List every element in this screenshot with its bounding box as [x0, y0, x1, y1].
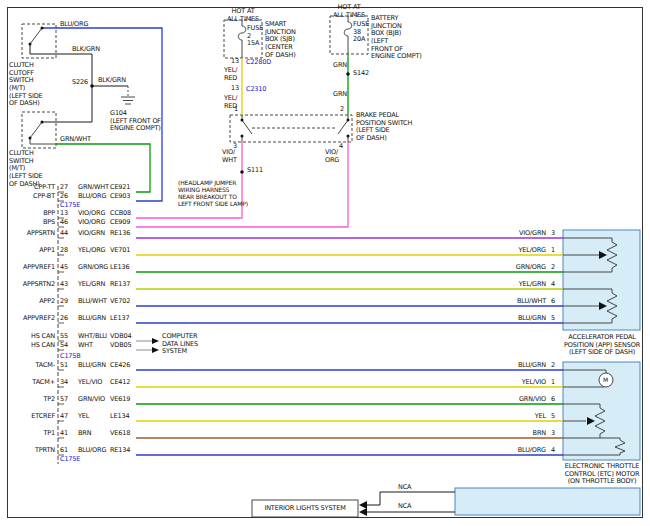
- app-pin: 4: [551, 281, 555, 289]
- pcm-connector: [58, 186, 64, 464]
- etc-motor-caption: ELECTRONIC THROTTLE CONTROL (ETC) MOTOR …: [556, 463, 648, 486]
- pcm-row-circuit: CE903: [110, 193, 130, 201]
- pcm-row-color: BLU/WHT: [78, 298, 107, 306]
- splice-s142: [346, 72, 350, 76]
- app-wire-color: BLU/GRN: [500, 315, 546, 323]
- fuse-38-symbol: [344, 16, 352, 54]
- wire-label-yel-red-1: YEL/ RED: [224, 67, 237, 82]
- pcm-row-circuit: CE426: [110, 362, 130, 370]
- app-wire-color: YEL/GRN: [500, 281, 546, 289]
- pcm-row-label: TACM-: [11, 362, 55, 370]
- wire-label-vio-org: VIO/ ORG: [325, 149, 339, 164]
- can-arrow-2: [152, 347, 159, 353]
- bottom-right-component-box: [455, 488, 640, 515]
- pcm-row-label: HS CAN: [11, 333, 55, 341]
- pcm-row-pin: 43: [60, 281, 68, 289]
- pcm-row-label: APPVREF1: [11, 264, 55, 272]
- pcm-row-label: TACM+: [11, 379, 55, 387]
- connector-c2280d: C2280D: [246, 59, 271, 67]
- fuse-38-label: FUSE 38 20A: [353, 21, 369, 44]
- fuse1-pin-a: 13: [231, 58, 239, 66]
- wire-gray: [136, 341, 152, 350]
- wire-blue: [42, 28, 563, 455]
- ground-symbol-g104: [121, 97, 135, 104]
- connector-c2310: C2310: [246, 86, 266, 94]
- wiring-diagram-page: BLU/ORG CLUTCH CUTOFF SWITCH (M/T) (LEFT…: [0, 0, 650, 526]
- pcm-row-label: APP1: [11, 247, 55, 255]
- app-wire-color: VIO/GRN: [500, 230, 546, 238]
- fuse1-pin-b: 13: [231, 85, 239, 93]
- pcm-row-color: BLU/GRN: [78, 315, 106, 323]
- pcm-row-circuit: VDB05: [110, 342, 131, 350]
- pcm-row-label: BPP: [11, 210, 55, 218]
- pcm-row-label: APPSRTN: [11, 230, 55, 238]
- motor-m-letter: M: [603, 376, 608, 383]
- pcm-row-pin: 26: [60, 193, 68, 201]
- pcm-row-label: APP2: [11, 298, 55, 306]
- etc-wire-color: BRN: [500, 430, 546, 438]
- app-pin: 5: [551, 315, 555, 323]
- wire-label-grn-1: GRN: [333, 62, 347, 70]
- pcm-row-color: YEL/VIO: [78, 379, 102, 387]
- pcm-row-color: GRN/WHT: [78, 184, 109, 192]
- wire-label-blk-grn-2: BLK/GRN: [98, 77, 126, 85]
- app-pin: 1: [551, 247, 555, 255]
- sjb-label: SMART JUNCTION BOX (SJB) (CENTER OF DASH…: [265, 21, 296, 59]
- app-pin: 2: [551, 264, 555, 272]
- pcm-row-color: WHT/BLU: [78, 333, 107, 341]
- pcm-row-label: BPS: [11, 219, 55, 227]
- etc-pin: 5: [551, 413, 555, 421]
- pcm-row-pin: 26: [60, 315, 68, 323]
- pcm-row-pin: 61: [60, 447, 68, 455]
- pcm-row-label: TP2: [11, 396, 55, 404]
- pcm-row-pin: 27: [60, 184, 68, 192]
- wire-label-grn-2: GRN: [333, 91, 347, 99]
- pcm-row-color: BRN: [78, 430, 91, 438]
- etc-wire-color: YEL: [500, 413, 546, 421]
- splice-label-s142: S142: [353, 70, 369, 78]
- pcm-row-color: YEL/ORG: [78, 247, 106, 255]
- etc-pin: 3: [551, 430, 555, 438]
- clutch-switch-box: [22, 112, 56, 148]
- pcm-row-pin: 28: [60, 247, 68, 255]
- brake-pin-1: 1: [234, 106, 238, 114]
- pcm-row-label: CPP-TT: [11, 184, 55, 192]
- brake-switch-blades: [242, 115, 348, 142]
- brake-switch-label: BRAKE PEDAL POSITION SWITCH (LEFT SIDE O…: [356, 112, 412, 143]
- etc-wire-color: BLU/ORG: [500, 447, 546, 455]
- pcm-row-circuit: LE137: [110, 315, 129, 323]
- pcm-row-color: BLU/GRN: [78, 362, 106, 370]
- etc-pin: 6: [551, 396, 555, 404]
- etc-wire-color: GRN/VIO: [500, 396, 546, 404]
- clutch-cutoff-switch-box: [22, 24, 56, 58]
- pcm-row-circuit: VE702: [110, 298, 130, 306]
- pcm-row-pin: 57: [60, 396, 68, 404]
- pcm-row-label: APPSRTN2: [11, 281, 55, 289]
- pcm-row-label: ETCREF: [11, 413, 55, 421]
- pcm-row-pin: 47: [60, 413, 68, 421]
- pcm-row-pin: 29: [60, 298, 68, 306]
- pcm-row-color: BLU/ORG: [78, 447, 106, 455]
- pcm-row-label: APPVREF2: [11, 315, 55, 323]
- wire-green: [56, 54, 563, 404]
- interior-arrow-2: [359, 508, 367, 516]
- pcm-row-color: VIO/GRN: [78, 230, 105, 238]
- pcm-row-circuit: VE701: [110, 247, 130, 255]
- pcm-row-label: HS CAN: [11, 342, 55, 350]
- pcm-row-color: YEL/GRN: [78, 281, 105, 289]
- pcm-row-pin: 55: [60, 333, 68, 341]
- wire-label-vio-wht: VIO/ WHT: [222, 149, 237, 164]
- pcm-row-circuit: LE134: [110, 413, 129, 421]
- pcm-row-circuit: LE136: [110, 264, 129, 272]
- interior-lights-system-label: INTERIOR LIGHTS SYSTEM: [252, 505, 358, 513]
- pcm-row-pin: 34: [60, 379, 68, 387]
- ground-label-g104: G104 (LEFT FRONT OF ENGINE COMPT): [110, 110, 161, 133]
- app-pin: 3: [551, 230, 555, 238]
- pcm-row-circuit: CE412: [110, 379, 130, 387]
- connector-c175e-bottom: C175E: [60, 456, 80, 464]
- pcm-row-color: YEL: [78, 413, 89, 421]
- pcm-row-circuit: RE136: [110, 230, 130, 238]
- pcm-row-circuit: RE134: [110, 447, 130, 455]
- clutch-cutoff-switch-label: CLUTCH CUTOFF SWITCH (M/T) (LEFT SIDE OF…: [9, 62, 43, 108]
- bjb-label: BATTERY JUNCTION BOX (BJB) (LEFT FRONT O…: [371, 15, 422, 61]
